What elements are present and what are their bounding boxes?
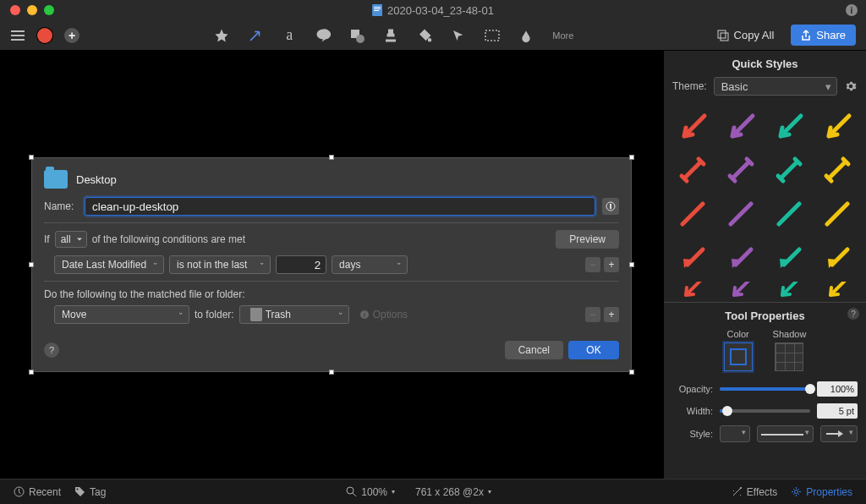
quick-style-swatch[interactable] xyxy=(671,150,715,190)
svg-point-8 xyxy=(356,35,364,43)
opacity-slider[interactable] xyxy=(720,387,810,391)
stamp-tool-icon[interactable] xyxy=(383,28,398,43)
theme-label: Theme: xyxy=(672,80,707,92)
action-verb-select[interactable]: Move xyxy=(54,305,189,324)
add-condition-button[interactable]: + xyxy=(604,257,619,272)
svg-text:i: i xyxy=(364,310,365,319)
svg-line-21 xyxy=(353,493,356,496)
text-tool-icon[interactable]: a xyxy=(282,28,297,43)
resize-handle[interactable] xyxy=(329,370,334,375)
svg-rect-6 xyxy=(11,39,25,41)
cancel-button[interactable]: Cancel xyxy=(505,341,563,359)
condition-unit-select[interactable]: days xyxy=(332,255,408,274)
opacity-value-input[interactable] xyxy=(817,381,858,397)
color-picker-button[interactable] xyxy=(724,342,753,371)
rule-name-input[interactable] xyxy=(85,197,595,216)
quick-style-swatch[interactable] xyxy=(719,238,764,278)
quick-style-swatch[interactable] xyxy=(767,194,812,234)
more-tools-button[interactable]: More xyxy=(552,30,573,41)
add-button[interactable]: + xyxy=(64,28,79,43)
quick-style-swatch[interactable] xyxy=(719,282,764,299)
quick-style-swatch[interactable] xyxy=(767,238,812,278)
shape-tool-icon[interactable] xyxy=(349,28,364,43)
quick-style-swatch[interactable] xyxy=(767,150,812,190)
hamburger-icon[interactable] xyxy=(10,28,25,43)
svg-point-19 xyxy=(77,489,79,490)
quick-style-swatch[interactable] xyxy=(767,282,812,299)
width-value-input[interactable] xyxy=(817,403,858,419)
help-icon[interactable]: ? xyxy=(847,308,859,320)
quick-styles-title: Quick Styles xyxy=(664,51,866,77)
quick-style-swatch[interactable] xyxy=(767,106,812,146)
shadow-picker-button[interactable] xyxy=(775,342,803,371)
resize-handle[interactable] xyxy=(629,155,634,160)
condition-value-input[interactable] xyxy=(276,255,326,274)
move-tool-icon[interactable] xyxy=(451,28,466,43)
name-menu-button[interactable] xyxy=(602,198,619,215)
main-toolbar: + a More Copy All Share xyxy=(0,20,866,51)
add-action-button[interactable]: + xyxy=(604,307,619,322)
resize-handle[interactable] xyxy=(29,155,34,160)
action-folder-select[interactable]: Trash xyxy=(239,305,349,324)
line-end-style-select[interactable] xyxy=(820,425,858,442)
condition-field-select[interactable]: Date Last Modified xyxy=(54,255,164,274)
width-slider[interactable] xyxy=(720,409,810,413)
resize-handle[interactable] xyxy=(629,262,634,267)
resize-handle[interactable] xyxy=(329,155,334,160)
quick-style-swatch[interactable] xyxy=(814,194,859,234)
trash-icon xyxy=(250,308,262,321)
quick-style-swatch[interactable] xyxy=(671,282,715,299)
quick-style-swatch[interactable] xyxy=(671,194,715,234)
scope-select[interactable]: all xyxy=(55,231,87,248)
preview-button[interactable]: Preview xyxy=(556,230,619,249)
help-button[interactable]: ? xyxy=(44,342,59,358)
resize-handle[interactable] xyxy=(29,370,34,375)
properties-tab[interactable]: Properties xyxy=(791,486,852,498)
quick-style-swatch[interactable] xyxy=(671,238,715,278)
resize-handle[interactable] xyxy=(29,262,34,267)
quick-style-swatch[interactable] xyxy=(719,106,764,146)
close-window-button[interactable] xyxy=(10,5,20,15)
share-button[interactable]: Share xyxy=(791,25,856,46)
favorite-tool-icon[interactable] xyxy=(214,28,229,43)
callout-tool-icon[interactable] xyxy=(315,28,331,43)
zoom-control[interactable]: 100% ▾ xyxy=(346,486,395,498)
quick-style-swatch[interactable] xyxy=(671,106,715,146)
minimize-window-button[interactable] xyxy=(27,5,37,15)
arrow-tool-icon[interactable] xyxy=(248,28,263,43)
record-button[interactable] xyxy=(37,28,52,43)
line-start-style-select[interactable] xyxy=(720,425,750,442)
theme-select[interactable]: Basic xyxy=(714,77,837,96)
options-button[interactable]: i Options xyxy=(359,309,408,320)
tool-properties-section: ? Tool Properties Color Shadow Opacity: xyxy=(664,302,866,456)
tag-button[interactable]: Tag xyxy=(74,486,106,498)
line-body-style-select[interactable] xyxy=(757,425,814,442)
fill-tool-icon[interactable] xyxy=(417,28,432,43)
canvas-area[interactable]: Desktop Name: If all of the following co… xyxy=(0,51,663,479)
remove-action-button[interactable]: − xyxy=(585,307,600,322)
effects-tab[interactable]: Effects xyxy=(732,486,777,498)
quick-style-swatch[interactable] xyxy=(719,150,764,190)
quick-style-swatch[interactable] xyxy=(814,282,859,299)
maximize-window-button[interactable] xyxy=(44,5,54,15)
gear-icon[interactable] xyxy=(844,79,858,93)
info-icon: i xyxy=(359,310,370,320)
info-icon[interactable]: i xyxy=(846,4,858,16)
quick-style-swatch[interactable] xyxy=(719,194,764,234)
quick-style-swatch[interactable] xyxy=(814,106,859,146)
selection-tool-icon[interactable] xyxy=(485,28,500,43)
copy-all-button[interactable]: Copy All xyxy=(709,25,783,45)
resize-handle[interactable] xyxy=(629,370,634,375)
recent-button[interactable]: Recent xyxy=(14,486,61,498)
svg-rect-1 xyxy=(374,7,381,8)
condition-operator-select[interactable]: is not in the last xyxy=(169,255,271,274)
ok-button[interactable]: OK xyxy=(568,341,619,359)
blur-tool-icon[interactable] xyxy=(518,28,534,43)
svg-rect-5 xyxy=(11,35,25,36)
window-titlebar: 2020-03-04_23-48-01 i xyxy=(0,0,866,20)
document-title: 2020-03-04_23-48-01 xyxy=(387,4,494,17)
remove-condition-button[interactable]: − xyxy=(585,257,600,272)
quick-style-swatch[interactable] xyxy=(814,238,859,278)
inspector-panel: Quick Styles Theme: Basic ? Tool Propert… xyxy=(663,51,866,479)
quick-style-swatch[interactable] xyxy=(814,150,859,190)
